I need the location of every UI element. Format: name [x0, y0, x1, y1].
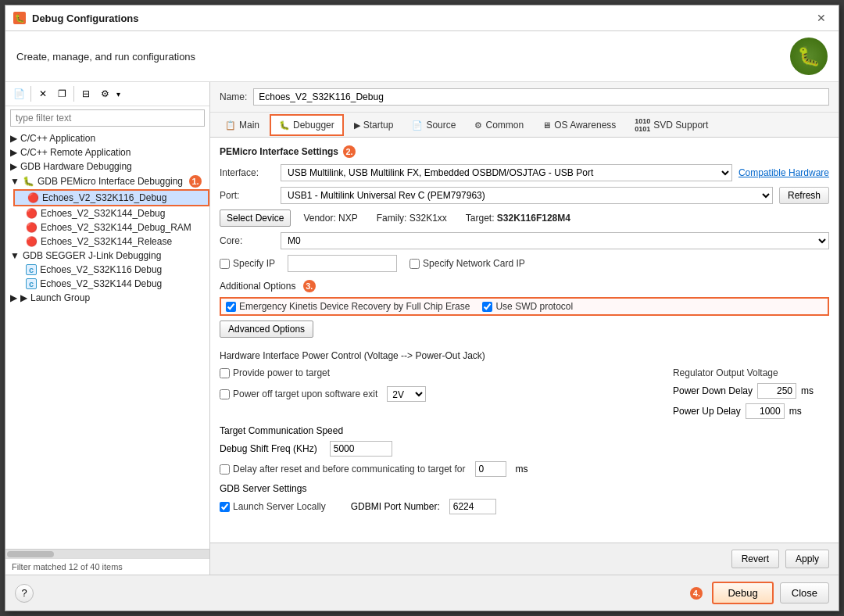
tree-label: GDB Hardware Debugging: [20, 161, 132, 172]
horizontal-scrollbar[interactable]: [5, 549, 209, 558]
delay-checkbox[interactable]: [220, 464, 230, 475]
interface-select[interactable]: USB Multilink, USB Multilink FX, Embedde…: [281, 164, 732, 181]
delay-row: Delay after reset and before communicati…: [220, 461, 829, 477]
ip-input[interactable]: [288, 255, 397, 272]
delete-config-button[interactable]: ✕: [34, 85, 52, 102]
tree-item-144c[interactable]: c Echoes_V2_S32K144 Debug: [13, 277, 209, 291]
voltage-select[interactable]: 2V: [387, 386, 426, 402]
close-icon[interactable]: ✕: [812, 10, 831, 26]
config-icon: 🔴: [26, 222, 38, 233]
freq-input[interactable]: [330, 441, 392, 457]
tree-item-label: Echoes_V2_S32K144_Release: [41, 236, 172, 247]
tree-item-116c[interactable]: c Echoes_V2_S32K116 Debug: [13, 263, 209, 277]
subtitle-text: Create, manage, and run configurations: [16, 51, 195, 63]
search-input[interactable]: [10, 109, 205, 127]
dialog-close-button[interactable]: Close: [780, 582, 829, 603]
tree-item-echoes-144-rel[interactable]: 🔴 Echoes_V2_S32K144_Release: [13, 235, 209, 249]
tree-group-cpp-app[interactable]: ▶ C/C++ Application: [5, 131, 209, 145]
specify-ip-checkbox[interactable]: [220, 259, 230, 269]
tab-os[interactable]: 🖥 OS Awareness: [534, 115, 624, 134]
tree-item-label: Echoes_V2_S32K144_Debug_RAM: [41, 222, 191, 233]
port-row: Port: USB1 - Multilink Universal Rev C (…: [220, 187, 829, 204]
power-up-unit: ms: [789, 406, 802, 417]
expand-icon: ▼: [10, 250, 20, 261]
startup-tab-icon: ▶: [354, 120, 360, 131]
interface-title-text: PEMicro Interface Settings: [220, 146, 338, 157]
tree-group-segger[interactable]: ▼ GDB SEGGER J-Link Debugging: [5, 249, 209, 263]
tree-group-launch[interactable]: ▶ ▶ Launch Group: [5, 291, 209, 305]
power-up-input[interactable]: [746, 403, 785, 419]
swd-checkbox[interactable]: [482, 302, 492, 312]
specify-network-checkbox[interactable]: [409, 259, 420, 269]
tree-group-gdb-pemicro[interactable]: ▼ 🐛 GDB PEMicro Interface Debugging 1.: [5, 174, 209, 189]
apply-button[interactable]: Apply: [785, 550, 829, 568]
emergency-checkbox[interactable]: [226, 302, 236, 312]
revert-button[interactable]: Revert: [731, 550, 779, 568]
tab-startup-label: Startup: [363, 120, 394, 131]
gdb-port-input[interactable]: [449, 499, 496, 514]
core-row: Core: M0: [220, 232, 829, 249]
power-down-input[interactable]: [757, 383, 796, 399]
gdb-row: Launch Server Locally GDBMI Port Number:: [220, 499, 829, 514]
select-device-button[interactable]: Select Device: [220, 210, 291, 227]
power-off-label[interactable]: Power off target upon software exit: [220, 389, 377, 399]
separator2: [73, 86, 74, 102]
emergency-checkbox-label[interactable]: Emergency Kinetis Device Recovery by Ful…: [226, 301, 470, 312]
tree-item-label: Echoes_V2_S32K116 Debug: [40, 264, 162, 275]
power-off-checkbox[interactable]: [220, 389, 230, 399]
power-down-row: Power Down Delay ms: [673, 383, 814, 399]
common-tab-icon: ⚙: [474, 120, 482, 131]
launch-local-checkbox[interactable]: [220, 502, 230, 512]
delay-input[interactable]: [475, 461, 506, 477]
title-bar: 🐛 Debug Configurations ✕: [5, 5, 839, 31]
hw-power-title: Hardware Interface Power Control (Voltag…: [220, 350, 829, 361]
tree-container: ▶ C/C++ Application ▶ C/C++ Remote Appli…: [5, 130, 209, 549]
tree-item-echoes-144[interactable]: 🔴 Echoes_V2_S32K144_Debug: [13, 206, 209, 220]
tab-common[interactable]: ⚙ Common: [466, 115, 532, 134]
tab-common-label: Common: [485, 120, 524, 131]
power-down-label: Power Down Delay: [673, 385, 753, 396]
freq-row: Debug Shift Freq (KHz): [220, 441, 829, 457]
gdb-server-section: GDB Server Settings Launch Server Locall…: [220, 483, 829, 514]
launch-local-label[interactable]: Launch Server Locally: [220, 501, 326, 512]
tree-item-echoes-144-ram[interactable]: 🔴 Echoes_V2_S32K144_Debug_RAM: [13, 220, 209, 235]
specify-network-label[interactable]: Specify Network Card IP: [409, 258, 525, 269]
tab-main[interactable]: 📋 Main: [216, 115, 268, 134]
tree-group-cpp-remote[interactable]: ▶ C/C++ Remote Application: [5, 145, 209, 159]
expand-icon: ▶: [10, 161, 17, 172]
new-config-button[interactable]: 📄: [10, 85, 27, 102]
config-icon: 🔴: [26, 236, 38, 247]
duplicate-config-button[interactable]: ❐: [53, 85, 70, 102]
dialog-icon: 🐛: [13, 12, 26, 24]
help-button[interactable]: ?: [15, 584, 34, 603]
tab-startup[interactable]: ▶ Startup: [345, 115, 402, 134]
tab-svd[interactable]: 10100101 SVD Support: [626, 113, 717, 137]
advanced-options-button[interactable]: Advanced Options: [220, 321, 313, 338]
interface-row: Interface: USB Multilink, USB Multilink …: [220, 164, 829, 181]
name-input[interactable]: [253, 88, 829, 106]
compatible-hw-link[interactable]: Compatible Hardware: [738, 167, 829, 178]
tab-source[interactable]: 📄 Source: [403, 115, 464, 134]
filter-button[interactable]: ⚙: [96, 85, 113, 102]
swd-checkbox-label[interactable]: Use SWD protocol: [482, 301, 573, 312]
source-tab-icon: 📄: [412, 120, 423, 131]
revert-apply-bar: Revert Apply: [210, 543, 839, 575]
tree-label: GDB PEMicro Interface Debugging: [38, 176, 183, 187]
core-select[interactable]: M0: [281, 232, 829, 249]
gdb-icon: 🐛: [23, 176, 34, 187]
refresh-button[interactable]: Refresh: [779, 187, 829, 204]
tree-group-gdb-hardware[interactable]: ▶ GDB Hardware Debugging: [5, 159, 209, 174]
tab-debugger[interactable]: 🐛 Debugger: [270, 114, 344, 136]
provide-power-label[interactable]: Provide power to target: [220, 367, 330, 378]
additional-options-section: Additional Options 3. Emergency Kinetis …: [220, 280, 829, 346]
specify-ip-label[interactable]: Specify IP: [220, 258, 275, 269]
tree-item-echoes-debug[interactable]: 🔴 Echoes_V2_S32K116_Debug: [13, 189, 209, 206]
power-up-label: Power Up Delay: [673, 406, 741, 417]
port-select[interactable]: USB1 - Multilink Universal Rev C (PEM797…: [281, 187, 773, 204]
scrollbar-thumb: [7, 551, 54, 557]
delay-checkbox-label[interactable]: Delay after reset and before communicati…: [220, 464, 466, 475]
expand-icon: ▶: [10, 292, 17, 303]
debug-button[interactable]: Debug: [712, 582, 773, 604]
collapse-button[interactable]: ⊟: [77, 85, 95, 102]
provide-power-checkbox[interactable]: [220, 368, 230, 378]
